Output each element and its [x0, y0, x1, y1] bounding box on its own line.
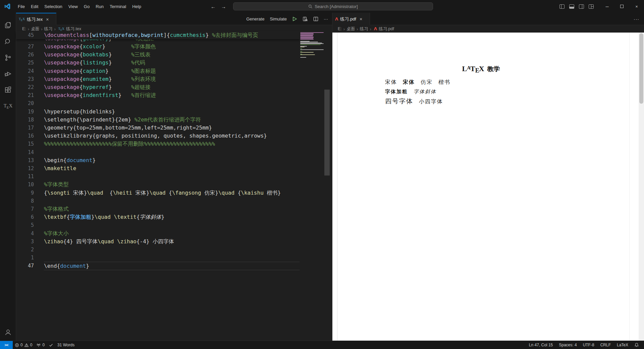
generate-button[interactable]: Generate: [246, 16, 264, 21]
code-line[interactable]: 6\textbf{字体加粗}\quad \textit{字体斜体}: [16, 213, 300, 221]
toggle-primary-sidebar-icon[interactable]: [559, 4, 565, 9]
simulate-button[interactable]: Simulate: [270, 16, 287, 21]
indentation[interactable]: Spaces: 4: [556, 341, 580, 349]
code-line[interactable]: 18\setlength{\parindent}{2em} %2em代表首行缩进…: [16, 116, 300, 124]
code-line[interactable]: 25\usepackage{listings} %代码: [16, 59, 300, 67]
minimap[interactable]: [300, 31, 324, 165]
build-play-icon[interactable]: [292, 16, 297, 21]
eol-sequence[interactable]: CRLF: [597, 341, 614, 349]
line-number: 18: [16, 116, 34, 124]
code-line[interactable]: 15%%%%%%%%%%%%%%%%%%%%%保留不用删除%%%%%%%%%%%…: [16, 140, 300, 148]
code-line[interactable]: 10%字体类型: [16, 181, 300, 189]
ports-status[interactable]: 0: [34, 341, 47, 349]
close-tab-icon[interactable]: ×: [360, 16, 362, 22]
line-number: 12: [16, 164, 34, 172]
menu-file[interactable]: File: [15, 3, 28, 10]
maximize-button[interactable]: [614, 0, 629, 13]
extensions-icon[interactable]: [0, 82, 16, 98]
code-line[interactable]: 17\geometry{top=25mm,bottom=25mm,left=25…: [16, 124, 300, 132]
menu-edit[interactable]: Edit: [28, 3, 41, 10]
minimize-button[interactable]: ─: [600, 0, 614, 13]
vscode-window: FileEditSelectionViewGoRunTerminalHelp ←…: [0, 0, 644, 349]
code-line[interactable]: 16\usetikzlibrary{graphs, positioning, q…: [16, 132, 300, 140]
tab-lianxi-tex[interactable]: TEX 练习.tex ×: [16, 13, 56, 25]
menu-run[interactable]: Run: [93, 3, 107, 10]
breadcrumb-item[interactable]: E:: [22, 27, 26, 31]
cursor-position[interactable]: Ln 47, Col 15: [526, 341, 556, 349]
line-number: 8: [16, 197, 34, 205]
line-number: 27: [16, 43, 34, 51]
forward-icon[interactable]: →: [221, 4, 226, 9]
check-status[interactable]: [47, 341, 55, 349]
sticky-scroll-line[interactable]: 45\documentclass[withoutpreface,bwprint]…: [16, 31, 300, 39]
code-line[interactable]: 12\maketitle: [16, 164, 300, 173]
search-placeholder: Search [Administrator]: [315, 4, 358, 9]
breadcrumb-file[interactable]: 练习.tex: [66, 26, 81, 32]
code-line[interactable]: 27\usepackage{xcolor} %字体颜色: [16, 43, 300, 51]
code-line[interactable]: 24\usepackage{caption} %图表标题: [16, 67, 300, 76]
run-debug-icon[interactable]: [0, 66, 16, 82]
account-icon[interactable]: [0, 324, 16, 340]
pdf-font-sample-line: 字体加粗字体斜体: [385, 89, 442, 95]
breadcrumb-item[interactable]: 练习: [360, 26, 368, 32]
code-line[interactable]: 11: [16, 172, 300, 181]
code-line[interactable]: 26\usepackage{booktabs} %三线表: [16, 51, 300, 59]
more-actions-icon[interactable]: ···: [324, 16, 328, 21]
back-icon[interactable]: ←: [211, 4, 216, 9]
close-tab-icon[interactable]: ×: [46, 17, 49, 22]
menu-terminal[interactable]: Terminal: [107, 3, 129, 10]
code-line[interactable]: 4%字体大小: [16, 230, 300, 238]
code-line[interactable]: 23\usepackage{enumitem} %列表环境: [16, 75, 300, 84]
explorer-icon[interactable]: [0, 17, 16, 34]
code-line[interactable]: 22\usepackage{hyperref} %超链接: [16, 83, 300, 92]
toggle-secondary-sidebar-icon[interactable]: [579, 4, 584, 9]
code-line[interactable]: 8: [16, 197, 300, 205]
breadcrumb-item[interactable]: 练习: [44, 26, 53, 32]
view-pdf-preview-icon[interactable]: [303, 16, 308, 21]
command-center-search[interactable]: Search [Administrator]: [233, 2, 433, 10]
toggle-panel-icon[interactable]: [569, 4, 574, 9]
code-line[interactable]: 5: [16, 221, 300, 230]
code-line[interactable]: 19\hypersetup{hidelinks}: [16, 108, 300, 116]
customize-layout-icon[interactable]: [589, 4, 594, 9]
menu-view[interactable]: View: [65, 3, 81, 10]
close-window-button[interactable]: ×: [629, 0, 644, 13]
code-line[interactable]: 3\zihao{4} 四号字体\quad \zihao{-4} 小四字体: [16, 238, 300, 246]
tex-workshop-icon[interactable]: TEX: [0, 98, 16, 114]
notifications-bell-icon[interactable]: [631, 341, 642, 349]
language-mode[interactable]: LaTeX: [614, 341, 631, 349]
menu-go[interactable]: Go: [81, 3, 93, 10]
code-line[interactable]: 21\usepackage{indentfirst} %首行缩进: [16, 91, 300, 100]
menu-help[interactable]: Help: [129, 3, 144, 10]
breadcrumb-item[interactable]: 桌面: [346, 26, 355, 32]
code-editor[interactable]: \usepackage{geometry} %页边距27\usepackage{…: [16, 33, 332, 341]
code-line[interactable]: 2: [16, 246, 300, 254]
more-actions-icon[interactable]: ···: [634, 13, 639, 25]
tab-lianxi-pdf[interactable]: Λ 练习.pdf ×: [332, 13, 370, 25]
chevron-right-icon: ›: [369, 27, 372, 32]
breadcrumb-item[interactable]: 桌面: [31, 26, 39, 32]
problems-status[interactable]: 0 0: [13, 341, 34, 349]
remote-indicator[interactable]: ><: [0, 341, 13, 349]
line-number: 13: [16, 156, 34, 164]
breadcrumb-item[interactable]: E:: [338, 27, 342, 31]
encoding[interactable]: UTF-8: [580, 341, 597, 349]
pdf-scrollbar-thumb[interactable]: [639, 33, 643, 104]
code-line[interactable]: 9{\songti 宋体}\quad {\heiti 宋体}\quad {\fa…: [16, 189, 300, 197]
editor-actions: Generate Simulate ···: [246, 13, 328, 25]
word-count[interactable]: 31 Words: [55, 341, 76, 349]
split-editor-icon[interactable]: [313, 16, 318, 21]
code-line[interactable]: 45\documentclass[withoutpreface,bwprint]…: [16, 31, 300, 39]
code-line[interactable]: 20: [16, 99, 300, 108]
menu-selection[interactable]: Selection: [41, 3, 65, 10]
search-sidebar-icon[interactable]: [0, 34, 16, 50]
code-line[interactable]: 1: [16, 254, 300, 262]
code-line[interactable]: 7%字体格式: [16, 205, 300, 213]
source-control-icon[interactable]: [0, 50, 16, 66]
code-line[interactable]: 47\end{document}: [16, 262, 300, 270]
pdf-viewer[interactable]: LATEX 教学 宋体宋体仿宋楷书 字体加粗字体斜体 四号字体小四字体: [332, 33, 644, 341]
code-line[interactable]: 14: [16, 148, 300, 157]
code-line[interactable]: 13\begin{document}: [16, 156, 300, 165]
breadcrumb-file[interactable]: 练习.pdf: [379, 26, 394, 32]
editor-scrollbar-thumb[interactable]: [324, 90, 330, 176]
